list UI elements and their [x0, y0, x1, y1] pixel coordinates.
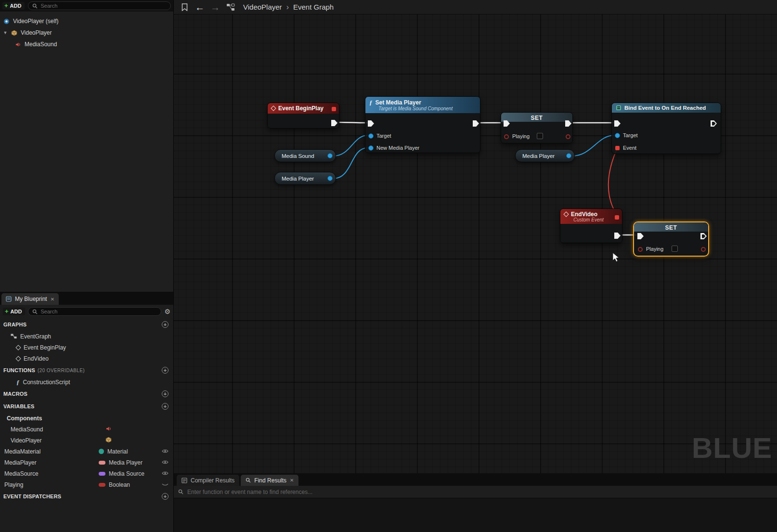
node-bind-event-on-end-reached[interactable]: Bind Event to On End Reached Target Even… — [611, 103, 721, 154]
wire-data-mediaplayer-to-newmediaplayer[interactable] — [333, 148, 368, 179]
playing-out-pin[interactable] — [701, 247, 706, 252]
close-icon[interactable]: ✕ — [290, 478, 294, 483]
variable-type: Media Source — [99, 470, 144, 477]
graph-item-endvideo[interactable]: EndVideo — [0, 353, 173, 364]
target-pin[interactable] — [368, 133, 374, 139]
node-event-beginplay[interactable]: Event BeginPlay — [267, 103, 339, 129]
tab-compiler-results[interactable]: Compiler Results — [177, 475, 239, 486]
section-functions[interactable]: FUNCTIONS (20 OVERRIDABLE) + — [0, 364, 173, 376]
target-pin[interactable] — [615, 133, 620, 138]
blueprint-editor-window: + ADD VideoPlayer (self) ▼ VideoPlayer — [0, 0, 777, 532]
wire-data-mediasound-to-target[interactable] — [333, 135, 368, 156]
variable-row-playing[interactable]: Playing Boolean — [0, 479, 173, 490]
exec-in-pin[interactable] — [614, 120, 621, 127]
section-label: MACROS — [3, 391, 27, 397]
node-media-player-getter-2[interactable]: Media Player — [515, 149, 575, 162]
wire-exec-beginplay-to-setmediaplayer[interactable] — [337, 122, 368, 123]
breadcrumb-current[interactable]: Event Graph — [293, 3, 334, 11]
expand-caret-icon[interactable]: ▼ — [3, 30, 8, 35]
event-graph-canvas[interactable]: Event BeginPlay ƒ Set Media Player Targe… — [174, 14, 777, 473]
value-out-pin[interactable] — [566, 153, 571, 158]
find-results-input[interactable] — [187, 489, 773, 495]
add-variable-button[interactable]: + — [162, 403, 168, 410]
wire-delegate-endvideo-to-event[interactable] — [609, 150, 617, 215]
node-header: SET — [501, 113, 572, 122]
node-set-playing-1[interactable]: SET Playing — [501, 112, 573, 143]
my-blueprint-add-button[interactable]: + ADD — [3, 308, 25, 315]
my-blueprint-search[interactable] — [28, 307, 161, 316]
back-arrow-icon[interactable]: ← — [195, 2, 205, 12]
components-panel: + ADD VideoPlayer (self) ▼ VideoPlayer — [0, 0, 173, 50]
exec-in-pin[interactable] — [368, 120, 374, 127]
exec-out-pin[interactable] — [700, 233, 707, 239]
add-event-dispatcher-button[interactable]: + — [162, 493, 168, 500]
exec-out-pin[interactable] — [711, 120, 717, 127]
add-macro-button[interactable]: + — [162, 390, 168, 397]
section-graphs[interactable]: GRAPHS + — [0, 318, 173, 331]
forward-arrow-icon[interactable]: → — [210, 2, 220, 12]
node-endvideo-custom-event[interactable]: EndVideo Custom Event — [560, 208, 622, 243]
category-label: Components — [7, 415, 42, 422]
playing-in-pin[interactable] — [638, 247, 643, 252]
exec-out-pin[interactable] — [331, 120, 337, 126]
components-search-input[interactable] — [40, 3, 167, 9]
value-out-pin[interactable] — [327, 153, 333, 158]
wire-data-mediaplayer2-to-bindtarget[interactable] — [572, 135, 614, 156]
section-macros[interactable]: MACROS + — [0, 388, 173, 400]
playing-out-pin[interactable] — [566, 134, 570, 139]
visibility-eye-icon[interactable] — [162, 448, 168, 455]
breadcrumb-root[interactable]: VideoPlayer — [243, 3, 282, 11]
visibility-eye-icon[interactable] — [162, 470, 168, 477]
tree-item-videoplayer[interactable]: ▼ VideoPlayer — [0, 27, 173, 39]
variable-category-components[interactable]: Components — [0, 413, 173, 424]
graph-item-eventgraph[interactable]: EventGraph — [0, 331, 173, 342]
node-media-sound-getter[interactable]: Media Sound — [274, 149, 336, 162]
tree-item-label: VideoPlayer — [21, 29, 52, 36]
section-event-dispatchers[interactable]: EVENT DISPATCHERS + — [0, 490, 173, 503]
node-set-playing-2-selected[interactable]: SET Playing — [633, 221, 709, 257]
variable-type-label: Material — [107, 448, 128, 455]
function-item-constructionscript[interactable]: ƒ ConstructionScript — [0, 376, 173, 388]
delegate-out-pin[interactable] — [332, 107, 336, 111]
variable-name: MediaMaterial — [4, 448, 40, 455]
exec-out-pin[interactable] — [614, 233, 621, 239]
variable-row-mediaplayer[interactable]: MediaPlayer Media Player — [0, 457, 173, 468]
components-search[interactable] — [28, 1, 171, 10]
tree-item-videoplayer-self[interactable]: VideoPlayer (self) — [0, 15, 173, 27]
bookmark-icon[interactable] — [180, 2, 189, 12]
graph-item-event-beginplay[interactable]: Event BeginPlay — [0, 342, 173, 353]
value-out-pin[interactable] — [327, 176, 333, 181]
visibility-closed-eye-icon[interactable] — [162, 481, 168, 488]
add-function-button[interactable]: + — [162, 367, 168, 374]
delegate-out-pin[interactable] — [615, 215, 619, 220]
tree-item-label: VideoPlayer (self) — [13, 18, 59, 25]
blueprint-self-icon — [3, 18, 10, 25]
variable-row-mediasource[interactable]: MediaSource Media Source — [0, 468, 173, 479]
variable-row-videoplayer[interactable]: VideoPlayer — [0, 435, 173, 446]
getter-label: Media Player — [282, 176, 314, 182]
section-variables[interactable]: VARIABLES + — [0, 400, 173, 413]
tree-item-mediasound[interactable]: MediaSound — [0, 39, 173, 50]
playing-checkbox[interactable] — [537, 133, 543, 139]
tab-find-results[interactable]: Find Results ✕ — [241, 475, 298, 486]
my-blueprint-panel: + ADD ⚙ GRAPHS + EventGraph Event BeginP — [0, 305, 173, 532]
visibility-eye-icon[interactable] — [162, 459, 168, 466]
add-graph-button[interactable]: + — [162, 321, 168, 328]
variable-row-mediasound[interactable]: MediaSound — [0, 424, 173, 435]
new-media-player-pin[interactable] — [368, 145, 374, 151]
gear-icon[interactable]: ⚙ — [164, 308, 170, 315]
left-sidebar: + ADD VideoPlayer (self) ▼ VideoPlayer — [0, 0, 174, 532]
node-subtitle: Custom Event — [573, 217, 618, 222]
playing-in-pin[interactable] — [504, 134, 509, 139]
playing-checkbox[interactable] — [672, 246, 678, 252]
close-icon[interactable]: ✕ — [51, 297, 54, 302]
my-blueprint-search-input[interactable] — [40, 309, 157, 314]
variable-row-mediamaterial[interactable]: MediaMaterial Material — [0, 446, 173, 457]
exec-out-pin[interactable] — [473, 120, 479, 127]
my-blueprint-tab[interactable]: My Blueprint ✕ — [1, 293, 59, 305]
node-media-player-getter[interactable]: Media Player — [274, 172, 336, 185]
components-add-button[interactable]: + ADD — [2, 2, 25, 10]
exec-in-pin[interactable] — [637, 233, 644, 239]
node-set-media-player[interactable]: ƒ Set Media Player Target is Media Sound… — [365, 96, 480, 153]
event-delegate-pin[interactable] — [615, 146, 620, 150]
